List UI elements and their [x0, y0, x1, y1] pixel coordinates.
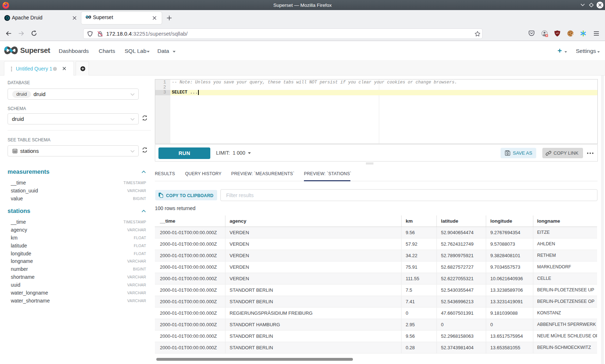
- svg-text:uO: uO: [556, 32, 559, 34]
